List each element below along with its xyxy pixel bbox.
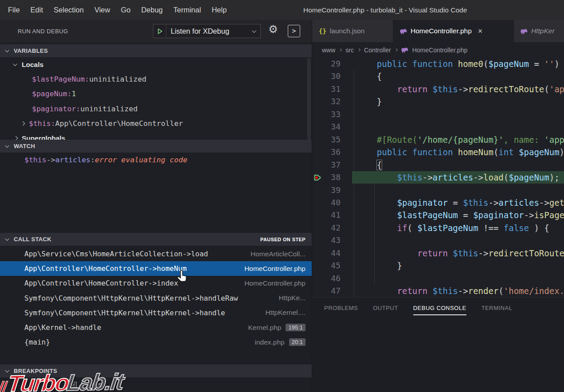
panel-tab-bar: PROBLEMSOUTPUTDEBUG CONSOLETERMINAL — [312, 298, 564, 315]
code-text: { — [356, 70, 382, 82]
line-number: 37 — [312, 159, 341, 171]
menu-bar: FileEditSelectionViewGoDebugTerminalHelp — [0, 6, 232, 14]
menu-view[interactable]: View — [89, 6, 115, 14]
tab-httpker[interactable]: HttpKer — [514, 20, 564, 42]
menu-go[interactable]: Go — [115, 6, 136, 14]
breadcrumb-item-www[interactable]: www — [322, 47, 335, 54]
code-token: } — [377, 97, 382, 106]
code-line-42[interactable]: 42 if( $lastPageNum !== false ) { — [312, 222, 564, 234]
code-line-29[interactable]: 29 public function home0($pageNum = '') — [312, 58, 564, 70]
code-token: $pageNum — [509, 172, 549, 182]
variables-group-superglobals[interactable]: Superglobals — [0, 131, 312, 140]
code-line-39[interactable]: 39 — [312, 184, 564, 196]
frame-function: {main} — [24, 338, 50, 346]
code-token: ( — [504, 172, 509, 182]
code-token: = — [529, 59, 544, 69]
code-token: ( — [483, 59, 488, 69]
call-stack-frame[interactable]: App\Kernel->handleKernel.php195:1 — [0, 320, 312, 335]
menu-debug[interactable]: Debug — [136, 6, 168, 14]
code-token: { — [377, 71, 382, 81]
variable-row[interactable]: $this: App\Controller\HomeController — [0, 116, 312, 131]
frame-function: App\Controller\HomeController->index — [24, 279, 178, 287]
code-token: 'home/index. — [504, 286, 564, 296]
panel-tab-terminal[interactable]: TERMINAL — [482, 305, 513, 315]
call-stack-section-header[interactable]: CALL STACK PAUSED ON STEP — [0, 233, 312, 246]
menu-file[interactable]: File — [3, 6, 25, 14]
line-number: 44 — [312, 247, 341, 259]
watch-header-label: WATCH — [14, 143, 35, 149]
code-line-44[interactable]: 44 return $this->redirectToRoute — [312, 247, 564, 259]
watch-expression-row[interactable]: $this->articles: error evaluating code — [0, 153, 312, 167]
code-line-43[interactable]: 43 — [312, 234, 564, 247]
variable-name: $lastPageNum: — [32, 75, 89, 83]
code-line-32[interactable]: 32 } — [312, 95, 564, 108]
panel-tab-debug-console[interactable]: DEBUG CONSOLE — [413, 305, 466, 315]
start-debugging-button[interactable] — [153, 24, 166, 38]
menu-edit[interactable]: Edit — [25, 6, 48, 14]
panel-tab-problems[interactable]: PROBLEMS — [324, 305, 358, 315]
variables-section-header[interactable]: VARIABLES — [0, 44, 312, 57]
frame-file: HomeArticleColl... — [244, 250, 306, 258]
code-line-31[interactable]: 31 return $this->redirectToRoute('ap — [312, 83, 564, 95]
code-text: $lastPageNum = $paginator->isPage — [356, 209, 564, 221]
breadcrumb-item-homecontroller.php[interactable]: HomeController.php — [412, 47, 468, 54]
code-token: '/home/{pageNum}' — [417, 135, 503, 145]
variable-name: $pageNum: — [32, 90, 71, 98]
code-token: '' — [544, 59, 554, 69]
code-line-37[interactable]: 37 { — [312, 159, 564, 171]
variable-row[interactable]: $paginator: uninitialized — [0, 102, 312, 116]
line-number: 43 — [312, 234, 341, 247]
code-line-36[interactable]: 36 public function homeNum(int $pageNum) — [312, 146, 564, 158]
code-line-47[interactable]: 47 return $this->render('home/index. — [312, 285, 564, 297]
code-token: public function — [377, 59, 458, 69]
code-line-33[interactable]: 33 — [312, 108, 564, 121]
call-stack-frame[interactable]: {main}index.php20:1 — [0, 335, 312, 349]
frame-file: HttpKernel.... — [259, 309, 306, 317]
code-token: -> — [458, 84, 468, 94]
close-icon[interactable]: × — [478, 27, 483, 36]
call-stack-frame[interactable]: App\Controller\HomeController->indexHome… — [0, 276, 312, 290]
variable-row[interactable]: $lastPageNum: uninitialized — [0, 72, 312, 86]
tab-homecontroller-php[interactable]: HomeController.php× — [393, 20, 514, 42]
menu-selection[interactable]: Selection — [48, 6, 89, 14]
code-text: $this->articles->load($pageNum); — [356, 171, 560, 184]
breadcrumb[interactable]: wwwsrcControllerHomeController.php — [312, 42, 564, 58]
code-token: $paginator — [397, 198, 448, 208]
variable-name: $this: — [29, 119, 55, 128]
call-stack-frame[interactable]: App\Service\Cms\HomeArticleCollection->l… — [0, 247, 312, 261]
code-line-34[interactable]: 34 — [312, 121, 564, 133]
panel-tab-output[interactable]: OUTPUT — [373, 305, 398, 315]
tab-launch-json[interactable]: {}launch.json — [312, 20, 393, 42]
code-token: $lastPageNum — [397, 210, 458, 220]
gear-icon[interactable]: ⚙ — [266, 23, 280, 35]
menu-terminal[interactable]: Terminal — [168, 6, 206, 14]
code-token: return — [397, 286, 433, 296]
code-line-35[interactable]: 35 #[Route('/home/{pageNum}', name: 'app — [312, 133, 564, 146]
code-token: homeNum — [458, 147, 494, 157]
breadcrumb-item-src[interactable]: src — [345, 47, 354, 54]
frame-function: Symfony\Component\HttpKernel\HttpKernel-… — [24, 309, 225, 317]
line-number: 32 — [312, 95, 341, 108]
open-debug-console-icon[interactable]: > — [288, 25, 300, 37]
launch-config-dropdown[interactable]: Listen for XDebug — [153, 24, 261, 38]
call-stack-frame[interactable]: App\Controller\HomeController->homeNumHo… — [0, 261, 312, 276]
breadcrumb-item-controller[interactable]: Controller — [364, 47, 391, 54]
code-line-46[interactable]: 46 — [312, 272, 564, 285]
code-line-45[interactable]: 45 } — [312, 259, 564, 272]
variable-row[interactable]: $pageNum: 1 — [0, 86, 312, 101]
code-editor[interactable]: 29 public function home0($pageNum = '')3… — [312, 58, 564, 297]
sidebar-scrollbar[interactable] — [307, 58, 311, 140]
frame-file: HttpKe... — [273, 294, 306, 302]
menu-help[interactable]: Help — [206, 6, 232, 14]
code-line-38[interactable]: 38 $this->articles->load($pageNum); — [312, 171, 564, 184]
code-token: $pageNum — [519, 147, 560, 157]
variables-group-locals[interactable]: Locals — [0, 57, 312, 72]
code-line-40[interactable]: 40 $paginator = $this->articles->get — [312, 196, 564, 209]
watch-expr-part: $this — [24, 156, 47, 164]
code-line-30[interactable]: 30 { — [312, 70, 564, 82]
code-line-41[interactable]: 41 $lastPageNum = $paginator->isPage — [312, 209, 564, 221]
watch-section-header[interactable]: WATCH — [0, 140, 312, 153]
call-stack-frame[interactable]: Symfony\Component\HttpKernel\HttpKernel-… — [0, 291, 312, 306]
call-stack-frame[interactable]: Symfony\Component\HttpKernel\HttpKernel-… — [0, 306, 312, 320]
code-text: } — [356, 95, 382, 108]
